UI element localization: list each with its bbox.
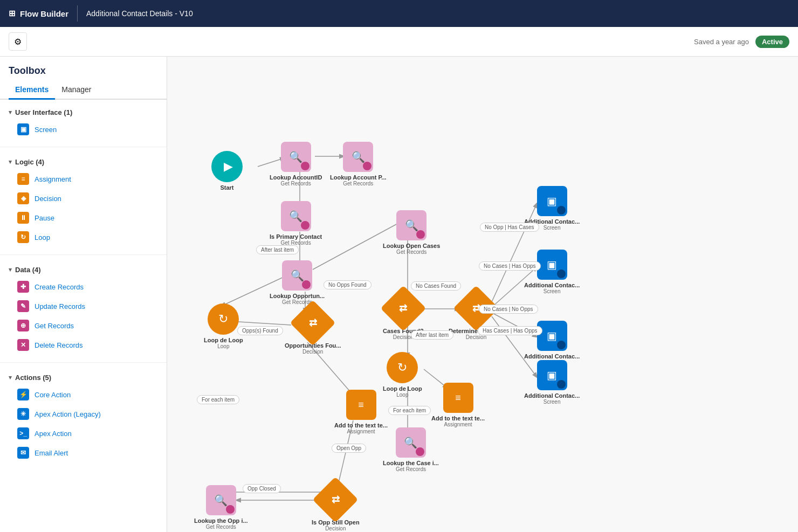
sidebar-item-assignment[interactable]: ≡ Assignment bbox=[0, 169, 167, 189]
additional4-sublabel: Screen bbox=[544, 399, 561, 405]
edge-label-opps-found: Opps(s) Found bbox=[237, 326, 283, 335]
lookup-accountid-label: Lookup AccountID bbox=[270, 174, 322, 181]
toolbar-left: ⚙ bbox=[9, 32, 27, 51]
node-addtext2[interactable]: ≡ Add to the text te... Assignment bbox=[431, 383, 485, 427]
tab-manager[interactable]: Manager bbox=[55, 81, 98, 100]
screen-icon1: ▣ bbox=[547, 195, 557, 208]
flow-canvas[interactable]: ▶ Start 🔍 Lookup AccountID Get Records bbox=[167, 57, 798, 532]
sidebar-item-get-records[interactable]: ⊕ Get Records bbox=[0, 316, 167, 335]
loop-shape2: ↻ bbox=[387, 352, 418, 383]
node-lookup-opportun[interactable]: 🔍 Lookup Opportun... Get Records bbox=[270, 260, 325, 305]
sidebar-item-update-records[interactable]: ✎ Update Records bbox=[0, 296, 167, 316]
loop2-circle: ↻ bbox=[387, 352, 418, 383]
create-records-label: Create Records bbox=[35, 283, 84, 291]
additional2-box: ▣ bbox=[537, 250, 567, 280]
node-lookup-accountp[interactable]: 🔍 Lookup Account P... Get Records bbox=[330, 142, 387, 186]
edge-label-after-last2: After last item bbox=[411, 330, 453, 340]
node-lookup-casei[interactable]: 🔍 Lookup the Case i... Get Records bbox=[383, 427, 439, 472]
section-header-logic[interactable]: ▾ Logic (4) bbox=[0, 155, 167, 169]
node-lookup-accountid[interactable]: 🔍 Lookup AccountID Get Records bbox=[270, 142, 322, 186]
lookup-opportun-label: Lookup Opportun... bbox=[270, 293, 325, 299]
additional2-label: Additional Contac... bbox=[524, 282, 580, 288]
assignment-shape1: ≡ bbox=[346, 390, 376, 420]
node-start[interactable]: ▶ Start bbox=[211, 151, 243, 191]
sidebar-item-loop[interactable]: ↻ Loop bbox=[0, 227, 167, 247]
sidebar-item-decision[interactable]: ◈ Decision bbox=[0, 189, 167, 208]
chevron-down-icon: ▾ bbox=[9, 374, 12, 381]
sidebar-item-create-records[interactable]: ✚ Create Records bbox=[0, 277, 167, 296]
loop-shape1: ↻ bbox=[208, 303, 239, 335]
edge-label-no-opp-has-cases: No Opp | Has Cases bbox=[480, 223, 539, 232]
get-records-shape: 🔍 bbox=[281, 142, 311, 172]
isprimary-box: 🔍 bbox=[281, 201, 311, 231]
node-loop1[interactable]: ↻ Loop de Loop Loop bbox=[204, 303, 243, 349]
opencases-sublabel: Get Records bbox=[396, 249, 426, 255]
section-header-ui[interactable]: ▾ User Interface (1) bbox=[0, 105, 167, 120]
node-addtext1[interactable]: ≡ Add to the text te... Assignment bbox=[334, 390, 388, 434]
edge-label-no-cases: No Cases Found bbox=[411, 281, 461, 291]
loop2-sublabel: Loop bbox=[396, 392, 408, 398]
node-additional4[interactable]: ▣ Additional Contac... Screen bbox=[524, 360, 580, 405]
casei-box: 🔍 bbox=[396, 427, 426, 458]
saved-timestamp: Saved a year ago bbox=[694, 38, 749, 46]
toolbar-right: Saved a year ago Active bbox=[694, 36, 789, 48]
create-records-icon: ✚ bbox=[17, 281, 29, 293]
toolbar: ⚙ Saved a year ago Active bbox=[0, 27, 798, 57]
gear-icon: ⚙ bbox=[14, 37, 22, 47]
lookup-accountid-sublabel: Get Records bbox=[281, 181, 311, 186]
oppi-label: Lookup the Opp i... bbox=[194, 517, 248, 524]
sidebar-item-screen[interactable]: ▣ Screen bbox=[0, 120, 167, 139]
additional3-box: ▣ bbox=[537, 321, 567, 351]
get-records-label: Get Records bbox=[35, 322, 74, 330]
database-icon: 🔍 bbox=[289, 150, 302, 163]
node-lookup-oppi[interactable]: 🔍 Lookup the Opp i... Get Records bbox=[194, 485, 248, 530]
get-records-shape2: 🔍 bbox=[343, 142, 373, 172]
node-isopp-open[interactable]: ⇄ Is Opp Still Open Decision bbox=[312, 482, 360, 531]
additional4-box: ▣ bbox=[537, 360, 567, 390]
pause-icon: ⏸ bbox=[17, 212, 29, 224]
loop2-label: Loop de Loop bbox=[383, 385, 422, 392]
lookup-opportun-box: 🔍 bbox=[282, 260, 312, 291]
addtext2-box: ≡ bbox=[443, 383, 473, 413]
loop-label: Loop bbox=[35, 233, 50, 241]
casei-sublabel: Get Records bbox=[396, 466, 426, 472]
app-logo: ⊞ Flow Builder bbox=[9, 9, 68, 18]
isprimary-label: Is Primary Contact bbox=[270, 233, 322, 240]
settings-button[interactable]: ⚙ bbox=[9, 32, 27, 51]
database-icon5: 🔍 bbox=[405, 219, 418, 232]
node-isprimary[interactable]: 🔍 Is Primary Contact Get Records bbox=[270, 201, 322, 246]
loop1-circle: ↻ bbox=[208, 303, 239, 335]
database-icon7: 🔍 bbox=[214, 494, 228, 507]
update-records-icon: ✎ bbox=[17, 300, 29, 312]
toolbox-sidebar: Toolbox Elements Manager ▾ User Interfac… bbox=[0, 57, 167, 532]
chevron-down-icon: ▾ bbox=[9, 109, 12, 116]
section-header-data[interactable]: ▾ Data (4) bbox=[0, 262, 167, 277]
edge-label-no-cases-has-opps: No Cases | Has Opps bbox=[479, 261, 541, 271]
addtext1-sublabel: Assignment bbox=[347, 429, 375, 434]
node-loop2[interactable]: ↻ Loop de Loop Loop bbox=[383, 352, 422, 398]
screen-shape4: ▣ bbox=[537, 360, 567, 390]
divider bbox=[0, 147, 167, 147]
get-records-shape5: 🔍 bbox=[396, 210, 426, 240]
decision-shape4: ⇄ bbox=[318, 482, 353, 517]
edge-label-for-each1: For each item bbox=[197, 395, 239, 404]
sidebar-item-email-alert[interactable]: ✉ Email Alert bbox=[0, 443, 167, 462]
apex-action-legacy-icon: ✳ bbox=[17, 408, 29, 420]
sidebar-item-pause[interactable]: ⏸ Pause bbox=[0, 208, 167, 227]
decision-shape1: ⇄ bbox=[295, 306, 330, 340]
tab-elements[interactable]: Elements bbox=[9, 81, 55, 100]
node-lookup-opencases[interactable]: 🔍 Lookup Open Cases Get Records bbox=[383, 210, 440, 255]
sidebar-item-apex-action[interactable]: >_ Apex Action bbox=[0, 424, 167, 443]
section-actions: ▾ Actions (5) ⚡ Core Action ✳ Apex Actio… bbox=[0, 365, 167, 468]
chevron-down-icon: ▾ bbox=[9, 266, 12, 273]
play-icon: ▶ bbox=[224, 160, 233, 174]
section-header-actions[interactable]: ▾ Actions (5) bbox=[0, 370, 167, 385]
node-additional2[interactable]: ▣ Additional Contac... Screen bbox=[524, 250, 580, 294]
node-opport-found[interactable]: ⇄ Opportunities Fou... Decision bbox=[285, 306, 341, 355]
apex-action-label: Apex Action bbox=[35, 430, 72, 438]
sidebar-item-delete-records[interactable]: ✕ Delete Records bbox=[0, 335, 167, 355]
sidebar-item-core-action[interactable]: ⚡ Core Action bbox=[0, 385, 167, 404]
app-logo-text: Flow Builder bbox=[20, 9, 68, 18]
sidebar-item-apex-action-legacy[interactable]: ✳ Apex Action (Legacy) bbox=[0, 404, 167, 424]
get-records-icon: ⊕ bbox=[17, 320, 29, 331]
